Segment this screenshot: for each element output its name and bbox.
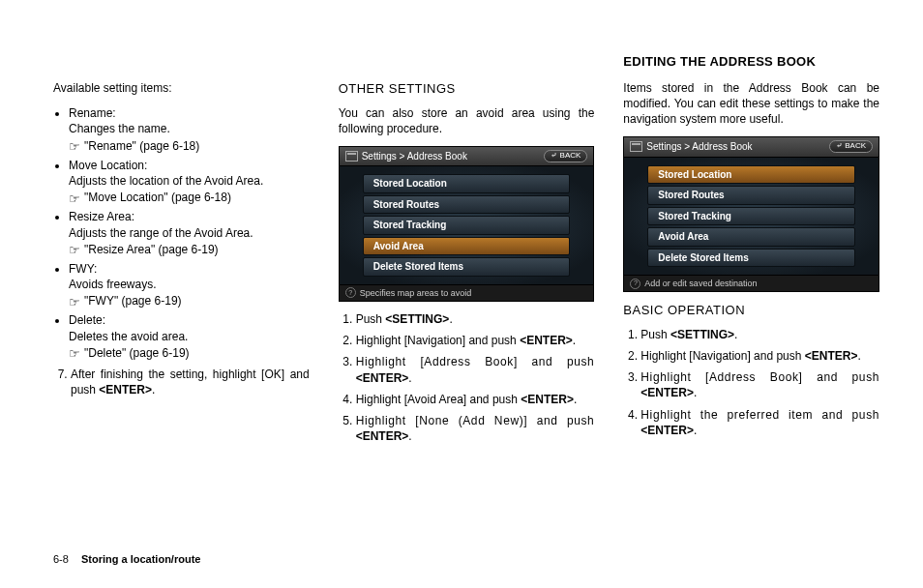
pointer-icon: ☞ — [69, 296, 80, 309]
settings-icon — [630, 141, 642, 152]
list-item: Move Location: Adjusts the location of t… — [69, 158, 310, 206]
menu-row: Avoid Area — [647, 227, 855, 247]
pointer-icon: ☞ — [69, 140, 80, 153]
screenshot-title: Settings > Address Book — [362, 150, 467, 163]
column-right: EDITING THE ADDRESS BOOK Items stored in… — [623, 53, 879, 542]
item-ref: "Move Location" (page 6-18) — [84, 190, 231, 205]
col2-intro: You can also store an avoid area using t… — [339, 105, 595, 136]
item-desc: Adjusts the range of the Avoid Area. — [69, 225, 310, 241]
item-ref-line: ☞"Resize Area" (page 6-19) — [69, 242, 310, 257]
menu-row: Stored Routes — [647, 186, 855, 205]
settings-icon — [345, 151, 358, 162]
menu-row-selected: Avoid Area — [363, 237, 571, 256]
item-name: Rename: — [69, 105, 310, 121]
menu-row: Stored Tracking — [363, 216, 571, 235]
column-middle: OTHER SETTINGS You can also store an avo… — [339, 53, 595, 542]
footer-title: Storing a location/route — [81, 553, 200, 565]
item-desc: Avoids freeways. — [69, 277, 310, 292]
pointer-icon: ☞ — [69, 244, 80, 256]
list-item: Rename: Changes the name. ☞"Rename" (pag… — [69, 105, 310, 154]
screenshot-titlebar: Settings > Address Book ⤶ BACK — [624, 137, 878, 158]
item-desc: Changes the name. — [69, 121, 310, 136]
column-left: Available setting items: Rename: Changes… — [53, 53, 310, 542]
step-item: Highlight [Address Book] and push <ENTER… — [640, 369, 879, 400]
screenshot-body: Stored Location Stored Routes Stored Tra… — [340, 166, 594, 284]
editing-address-book-heading: EDITING THE ADDRESS BOOK — [623, 53, 879, 71]
menu-row: Stored Location — [363, 174, 571, 193]
back-button: ⤶ BACK — [829, 140, 873, 153]
screenshot-statusbar: ?Specifies map areas to avoid — [340, 284, 594, 301]
item-name: Delete: — [69, 312, 310, 328]
col1-intro: Available setting items: — [53, 80, 310, 96]
list-item: Resize Area: Adjusts the range of the Av… — [69, 209, 310, 257]
menu-row-selected: Stored Location — [647, 165, 855, 185]
screenshot-avoid-area: Settings > Address Book ⤶ BACK Stored Lo… — [339, 146, 595, 302]
step-item: Highlight [Address Book] and push <ENTER… — [356, 354, 595, 385]
info-icon: ? — [630, 279, 640, 289]
col3-steps: Push <SETTING>. Highlight [Navigation] a… — [623, 327, 879, 438]
item-ref-line: ☞"Delete" (page 6-19) — [69, 345, 310, 361]
step-item: Highlight [Avoid Area] and push <ENTER>. — [356, 392, 595, 407]
list-item: Delete: Deletes the avoid area. ☞"Delete… — [69, 312, 310, 361]
step-item: Highlight [Navigation] and push <ENTER>. — [640, 348, 879, 364]
basic-operation-heading: BASIC OPERATION — [623, 302, 879, 319]
item-ref-line: ☞"Rename" (page 6-18) — [69, 138, 310, 154]
item-ref: "FWY" (page 6-19) — [84, 293, 182, 309]
back-button: ⤶ BACK — [544, 150, 587, 162]
page-body: Available setting items: Rename: Changes… — [0, 0, 923, 571]
item-ref: "Delete" (page 6-19) — [84, 345, 190, 361]
list-item: FWY: Avoids freeways. ☞"FWY" (page 6-19) — [69, 261, 310, 309]
item-name: FWY: — [69, 261, 310, 277]
item-ref-line: ☞"Move Location" (page 6-18) — [69, 190, 310, 205]
item-desc: Deletes the avoid area. — [69, 329, 310, 344]
menu-row: Stored Routes — [363, 195, 571, 215]
item-ref: "Rename" (page 6-18) — [84, 138, 199, 154]
screenshot-body: Stored Location Stored Routes Stored Tra… — [624, 158, 878, 276]
col1-list: Rename: Changes the name. ☞"Rename" (pag… — [53, 105, 310, 361]
pointer-icon: ☞ — [69, 347, 80, 360]
page-footer: 6-8 Storing a location/route — [53, 552, 200, 567]
item-ref: "Resize Area" (page 6-19) — [84, 242, 219, 257]
item-name: Move Location: — [69, 158, 310, 173]
screenshot-titlebar: Settings > Address Book ⤶ BACK — [340, 147, 594, 167]
col2-steps: Push <SETTING>. Highlight [Navigation] a… — [339, 311, 595, 444]
step-item: Push <SETTING>. — [356, 311, 595, 327]
screenshot-statusbar: ?Add or edit saved destination — [624, 275, 878, 291]
menu-row: Stored Tracking — [647, 207, 855, 226]
info-icon: ? — [345, 287, 356, 298]
item-desc: Adjusts the location of the Avoid Area. — [69, 173, 310, 189]
item-ref-line: ☞"FWY" (page 6-19) — [69, 293, 310, 309]
item-name: Resize Area: — [69, 209, 310, 224]
col3-intro: Items stored in the Address Book can be … — [623, 80, 879, 128]
menu-row: Delete Stored Items — [647, 249, 855, 268]
menu-row: Delete Stored Items — [363, 257, 571, 277]
step-item: Highlight [None (Add New)] and push <ENT… — [356, 413, 595, 444]
step-item: Highlight [Navigation] and push <ENTER>. — [356, 333, 595, 348]
pointer-icon: ☞ — [69, 192, 80, 205]
page-number: 6-8 — [53, 553, 69, 565]
step-item: Highlight the preferred item and push <E… — [640, 407, 879, 438]
other-settings-heading: OTHER SETTINGS — [339, 80, 595, 98]
screenshot-title: Settings > Address Book — [646, 140, 752, 154]
step-item: After finishing the setting, highlight [… — [71, 367, 310, 397]
step-item: Push <SETTING>. — [640, 327, 879, 342]
screenshot-address-book: Settings > Address Book ⤶ BACK Stored Lo… — [623, 136, 879, 292]
col1-step7: After finishing the setting, highlight [… — [53, 367, 310, 397]
